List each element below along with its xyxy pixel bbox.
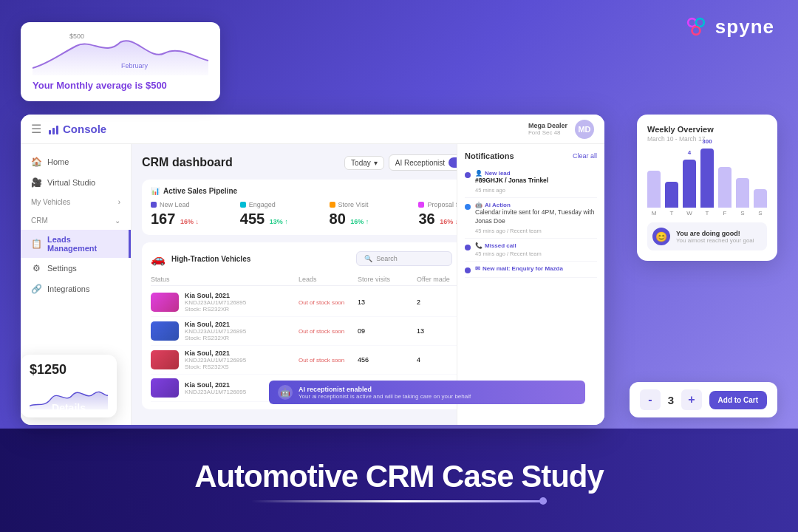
sidebar-label-vs: Virtual Studio [47,178,95,187]
bar-w: 4 [683,160,696,208]
svg-point-0 [688,18,696,27]
sidebar-my-vehicles[interactable]: My Vehicles › [21,193,131,211]
chart-label-feb: February [121,62,148,69]
notif-type-mail: ✉New mail: Enquiry for Mazda [475,265,563,272]
bottom-divider [251,500,547,502]
htv-search[interactable]: 🔍 Search [356,251,452,266]
ai-banner-icon: 🤖 [278,385,293,400]
notif-type-ai: 🤖Ai Action [475,202,597,208]
car-thumbnail [151,378,179,398]
notif-item-call: 📞Missed call 45 mins ago / Recent team [465,239,597,262]
details-label: Details [21,402,117,414]
cart-card: - 3 + Add to Cart [630,382,777,417]
bar-s2 [754,189,767,208]
weekly-footer: 😊 You are doing good! You almost reached… [647,222,767,250]
pipeline-title: 📊 Active Sales Pipeline [151,187,237,195]
notif-text: #89GHJK / Jonas Trinkel [475,177,548,185]
sidebar-label-integrations: Integrations [47,284,89,293]
svg-point-2 [692,27,700,35]
sidebar-label-home: Home [47,157,69,166]
notif-dot-ai [465,204,471,210]
pipeline-icon: 📊 [151,187,160,195]
stock-status: Out of stock soon [299,299,358,306]
sidebar-item-settings[interactable]: ⚙ Settings [21,258,131,279]
notif-dot [465,172,471,178]
car-info: Kia Soul, 2021 KNDJ23AU1M7126895 Stock: … [151,292,299,313]
bar-m [647,171,661,208]
clear-all-button[interactable]: Clear all [573,152,597,160]
ai-banner-sub: Your ai receptionist is active and will … [299,393,471,400]
monthly-average-text: Your Monthly average is $500 [33,80,208,91]
crm-topbar-right: Mega Dealer Ford Sec 48 MD [528,120,594,139]
stock-status: Out of stock soon [299,357,358,364]
svg-point-1 [696,18,704,27]
monthly-average-card: $500 February Your Monthly average is $5… [21,22,220,101]
sidebar-item-integrations[interactable]: 🔗 Integrations [21,279,131,299]
metric-new-lead: New Lead 167 16% ↓ [151,201,228,228]
bottom-title: Automotive CRM Case Study [194,459,604,494]
sidebar-crm[interactable]: CRM ⌄ [21,211,131,230]
sidebar-label-my-vehicles: My Vehicles [31,198,70,206]
notif-type-call: 📞Missed call [475,242,542,249]
crm-logo-bar-icon [49,124,59,134]
settings-icon: ⚙ [31,263,41,273]
ai-receptionist-banner: 🤖 AI receptionist enabled Your ai recept… [269,381,585,404]
weekly-footer-emoji: 😊 [652,228,670,245]
bar-monday: M [647,171,661,216]
ai-banner-title: AI receptionist enabled [299,386,471,393]
bar-s1 [736,178,749,208]
sidebar-item-virtual-studio[interactable]: 🎥 Virtual Studio [21,172,131,193]
car-thumbnail [151,321,179,341]
plus-button[interactable]: + [681,389,702,410]
sidebar-label-settings: Settings [47,264,77,273]
car-thumbnail [151,293,179,312]
home-icon: 🏠 [31,157,41,167]
bar-f [718,167,732,208]
chart-label-500: $500 [69,33,84,40]
crm-topbar: ☰ Console Mega Dealer Ford Sec 48 MD [21,115,604,144]
crm-logo: Console [49,123,106,135]
notif-dot-call [465,245,471,250]
metric-store-visit: Store Visit 80 16% ↑ [330,201,407,228]
bottom-banner: Automotive CRM Case Study [0,429,798,532]
notif-text-ai: Calendar invite sent for 4PM, Tuesday wi… [475,208,597,226]
integrations-icon: 🔗 [31,284,41,294]
store-dot [330,202,335,208]
sidebar-label-crm: CRM [31,216,48,225]
car-thumbnail [151,350,179,369]
menu-icon[interactable]: ☰ [31,122,41,136]
sidebar-item-leads[interactable]: 📋 Leads Management [21,230,131,258]
bar-wednesday: 4 W [683,160,696,216]
sidebar-item-home[interactable]: 🏠 Home [21,151,131,172]
new-lead-dot [151,202,157,208]
notif-item-ai: 🤖Ai Action Calendar invite sent for 4PM,… [465,198,597,239]
weekly-chart: M T 4 W 300 T F S S [647,150,767,216]
notif-time: 45 mins ago [475,187,548,194]
bar-saturday: S [736,178,749,216]
bar-tuesday: T [665,182,678,216]
weekly-overview-card: Weekly Overview March 10 - March 17 M T … [637,115,777,261]
chevron-down-icon: ⌄ [115,216,120,225]
chevron-right-icon: › [118,198,120,206]
metric-engaged: Engaged 455 13% ↑ [240,201,318,228]
proposal-dot [418,202,424,208]
dealer-avatar: MD [575,120,594,139]
weekly-footer-sub: You almost reached your goal [676,237,754,244]
car-info: Kia Soul, 2021 KNDJ23AU1M7126895 Stock: … [151,349,299,370]
notif-time-call: 45 mins ago / Recent team [475,250,542,257]
bar-sunday: S [754,189,767,216]
monthly-chart: $500 February [33,31,208,75]
minus-button[interactable]: - [640,389,661,410]
add-to-cart-button[interactable]: Add to Cart [709,391,767,409]
chevron-down-icon-today: ▾ [374,159,378,167]
spyne-logo: spyne [683,13,774,40]
engaged-dot [240,202,246,208]
today-select[interactable]: Today ▾ [344,156,384,170]
car-info: Kia Soul, 2021 KNDJ23AU1M7126895 Stock: … [151,321,299,341]
notif-time-ai: 45 mins ago / Recent team [475,228,597,234]
crm-logo-label: Console [63,123,106,135]
weekly-title: Weekly Overview [647,125,767,134]
notif-item-mail: ✉New mail: Enquiry for Mazda [465,262,597,278]
search-icon: 🔍 [364,255,372,262]
notif-title: Notifications [465,151,514,160]
